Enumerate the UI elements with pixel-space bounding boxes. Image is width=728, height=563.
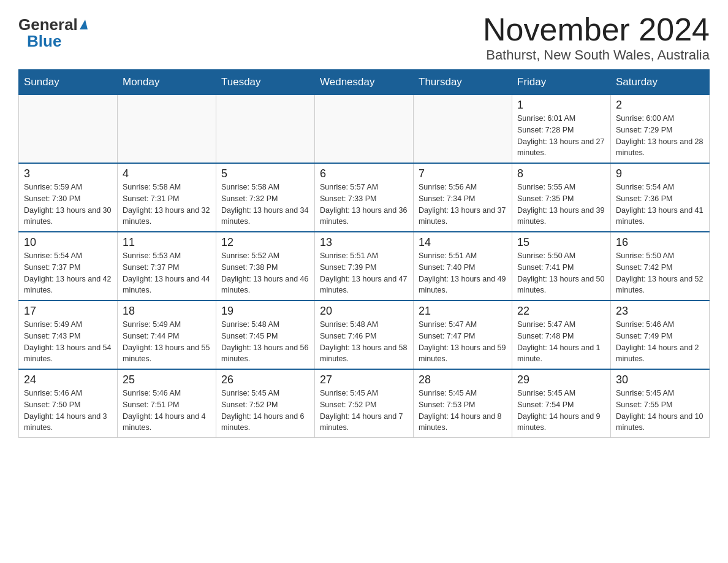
day-number: 1: [517, 99, 605, 112]
week-row-1: 1Sunrise: 6:01 AMSunset: 7:28 PMDaylight…: [19, 95, 710, 164]
day-info: Sunrise: 5:45 AMSunset: 7:55 PMDaylight:…: [616, 388, 704, 434]
calendar-cell: 24Sunrise: 5:46 AMSunset: 7:50 PMDayligh…: [19, 369, 118, 438]
day-info: Sunrise: 6:01 AMSunset: 7:28 PMDaylight:…: [517, 113, 605, 159]
day-info: Sunrise: 5:56 AMSunset: 7:34 PMDaylight:…: [419, 182, 507, 228]
day-info: Sunrise: 6:00 AMSunset: 7:29 PMDaylight:…: [616, 113, 704, 159]
column-header-monday: Monday: [118, 70, 216, 95]
calendar-cell: 20Sunrise: 5:48 AMSunset: 7:46 PMDayligh…: [315, 301, 414, 369]
logo-icon: [80, 20, 88, 29]
day-number: 25: [123, 373, 211, 386]
day-number: 14: [419, 236, 507, 249]
month-title: November 2024: [483, 12, 710, 47]
week-row-4: 17Sunrise: 5:49 AMSunset: 7:43 PMDayligh…: [19, 301, 710, 369]
calendar-cell: [315, 95, 414, 164]
day-number: 8: [517, 167, 605, 180]
calendar-cell: 5Sunrise: 5:58 AMSunset: 7:32 PMDaylight…: [216, 163, 315, 232]
day-info: Sunrise: 5:58 AMSunset: 7:31 PMDaylight:…: [123, 182, 211, 228]
calendar-cell: 15Sunrise: 5:50 AMSunset: 7:41 PMDayligh…: [512, 232, 611, 301]
day-number: 24: [24, 373, 112, 386]
title-section: November 2024 Bathurst, New South Wales,…: [483, 12, 710, 63]
column-header-friday: Friday: [512, 70, 611, 95]
day-number: 13: [320, 236, 408, 249]
calendar-cell: 28Sunrise: 5:45 AMSunset: 7:53 PMDayligh…: [414, 369, 512, 438]
logo: General Blue: [18, 15, 88, 51]
day-info: Sunrise: 5:50 AMSunset: 7:42 PMDaylight:…: [616, 250, 704, 296]
column-header-saturday: Saturday: [611, 70, 710, 95]
day-info: Sunrise: 5:45 AMSunset: 7:54 PMDaylight:…: [517, 388, 605, 434]
day-info: Sunrise: 5:58 AMSunset: 7:32 PMDaylight:…: [221, 182, 309, 228]
day-info: Sunrise: 5:45 AMSunset: 7:52 PMDaylight:…: [320, 388, 408, 434]
calendar-cell: 9Sunrise: 5:54 AMSunset: 7:36 PMDaylight…: [611, 163, 710, 232]
week-row-2: 3Sunrise: 5:59 AMSunset: 7:30 PMDaylight…: [19, 163, 710, 232]
day-number: 7: [419, 167, 507, 180]
calendar-cell: 16Sunrise: 5:50 AMSunset: 7:42 PMDayligh…: [611, 232, 710, 301]
day-info: Sunrise: 5:54 AMSunset: 7:37 PMDaylight:…: [24, 250, 112, 296]
column-header-thursday: Thursday: [414, 70, 512, 95]
day-info: Sunrise: 5:51 AMSunset: 7:39 PMDaylight:…: [320, 250, 408, 296]
day-info: Sunrise: 5:49 AMSunset: 7:44 PMDaylight:…: [123, 319, 211, 365]
calendar-cell: 3Sunrise: 5:59 AMSunset: 7:30 PMDaylight…: [19, 163, 118, 232]
day-info: Sunrise: 5:53 AMSunset: 7:37 PMDaylight:…: [123, 250, 211, 296]
day-info: Sunrise: 5:47 AMSunset: 7:48 PMDaylight:…: [517, 319, 605, 365]
day-number: 16: [616, 236, 704, 249]
day-number: 26: [221, 373, 309, 386]
calendar-cell: [216, 95, 315, 164]
column-header-sunday: Sunday: [19, 70, 118, 95]
day-info: Sunrise: 5:55 AMSunset: 7:35 PMDaylight:…: [517, 182, 605, 228]
logo-blue: Blue: [27, 32, 61, 51]
day-info: Sunrise: 5:51 AMSunset: 7:40 PMDaylight:…: [419, 250, 507, 296]
day-number: 21: [419, 305, 507, 318]
day-number: 5: [221, 167, 309, 180]
calendar-cell: [19, 95, 118, 164]
day-number: 6: [320, 167, 408, 180]
calendar-cell: 11Sunrise: 5:53 AMSunset: 7:37 PMDayligh…: [118, 232, 216, 301]
week-row-3: 10Sunrise: 5:54 AMSunset: 7:37 PMDayligh…: [19, 232, 710, 301]
calendar-cell: 22Sunrise: 5:47 AMSunset: 7:48 PMDayligh…: [512, 301, 611, 369]
day-number: 9: [616, 167, 704, 180]
day-number: 23: [616, 305, 704, 318]
day-number: 4: [123, 167, 211, 180]
day-number: 15: [517, 236, 605, 249]
day-number: 11: [123, 236, 211, 249]
day-number: 22: [517, 305, 605, 318]
day-info: Sunrise: 5:45 AMSunset: 7:52 PMDaylight:…: [221, 388, 309, 434]
day-number: 30: [616, 373, 704, 386]
calendar-header-row: SundayMondayTuesdayWednesdayThursdayFrid…: [19, 70, 710, 95]
day-number: 17: [24, 305, 112, 318]
calendar-cell: 2Sunrise: 6:00 AMSunset: 7:29 PMDaylight…: [611, 95, 710, 164]
day-info: Sunrise: 5:46 AMSunset: 7:49 PMDaylight:…: [616, 319, 704, 365]
day-info: Sunrise: 5:48 AMSunset: 7:46 PMDaylight:…: [320, 319, 408, 365]
day-info: Sunrise: 5:45 AMSunset: 7:53 PMDaylight:…: [419, 388, 507, 434]
day-number: 29: [517, 373, 605, 386]
calendar-cell: 10Sunrise: 5:54 AMSunset: 7:37 PMDayligh…: [19, 232, 118, 301]
location-title: Bathurst, New South Wales, Australia: [483, 47, 710, 63]
day-info: Sunrise: 5:47 AMSunset: 7:47 PMDaylight:…: [419, 319, 507, 365]
column-header-tuesday: Tuesday: [216, 70, 315, 95]
calendar-cell: 25Sunrise: 5:46 AMSunset: 7:51 PMDayligh…: [118, 369, 216, 438]
day-info: Sunrise: 5:54 AMSunset: 7:36 PMDaylight:…: [616, 182, 704, 228]
calendar-cell: 18Sunrise: 5:49 AMSunset: 7:44 PMDayligh…: [118, 301, 216, 369]
calendar-cell: 30Sunrise: 5:45 AMSunset: 7:55 PMDayligh…: [611, 369, 710, 438]
calendar-cell: [414, 95, 512, 164]
day-number: 3: [24, 167, 112, 180]
calendar-cell: 19Sunrise: 5:48 AMSunset: 7:45 PMDayligh…: [216, 301, 315, 369]
calendar-cell: 1Sunrise: 6:01 AMSunset: 7:28 PMDaylight…: [512, 95, 611, 164]
calendar-cell: 26Sunrise: 5:45 AMSunset: 7:52 PMDayligh…: [216, 369, 315, 438]
calendar-cell: 29Sunrise: 5:45 AMSunset: 7:54 PMDayligh…: [512, 369, 611, 438]
calendar-cell: 21Sunrise: 5:47 AMSunset: 7:47 PMDayligh…: [414, 301, 512, 369]
calendar-cell: 14Sunrise: 5:51 AMSunset: 7:40 PMDayligh…: [414, 232, 512, 301]
day-info: Sunrise: 5:49 AMSunset: 7:43 PMDaylight:…: [24, 319, 112, 365]
day-number: 12: [221, 236, 309, 249]
day-number: 19: [221, 305, 309, 318]
calendar-cell: 12Sunrise: 5:52 AMSunset: 7:38 PMDayligh…: [216, 232, 315, 301]
calendar-cell: [118, 95, 216, 164]
calendar-cell: 4Sunrise: 5:58 AMSunset: 7:31 PMDaylight…: [118, 163, 216, 232]
day-number: 27: [320, 373, 408, 386]
page-header: General Blue November 2024 Bathurst, New…: [18, 12, 710, 63]
calendar-cell: 23Sunrise: 5:46 AMSunset: 7:49 PMDayligh…: [611, 301, 710, 369]
day-info: Sunrise: 5:48 AMSunset: 7:45 PMDaylight:…: [221, 319, 309, 365]
calendar-cell: 7Sunrise: 5:56 AMSunset: 7:34 PMDaylight…: [414, 163, 512, 232]
calendar-cell: 17Sunrise: 5:49 AMSunset: 7:43 PMDayligh…: [19, 301, 118, 369]
day-info: Sunrise: 5:57 AMSunset: 7:33 PMDaylight:…: [320, 182, 408, 228]
day-info: Sunrise: 5:59 AMSunset: 7:30 PMDaylight:…: [24, 182, 112, 228]
